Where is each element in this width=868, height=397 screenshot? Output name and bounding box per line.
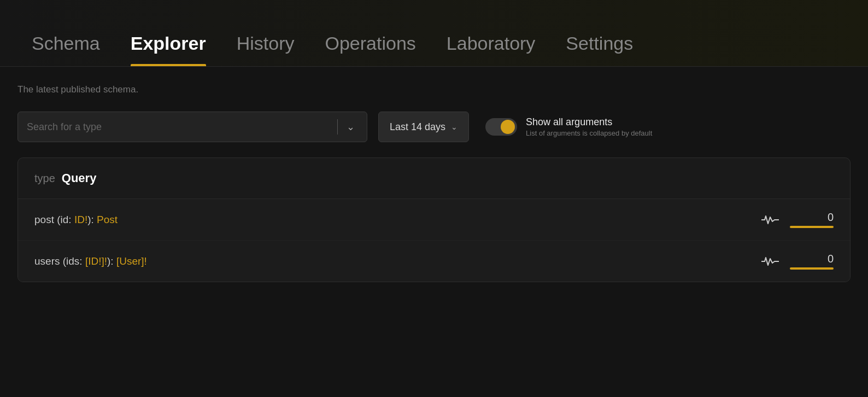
search-divider xyxy=(337,119,338,135)
tab-operations[interactable]: Operations xyxy=(309,33,431,66)
field-row-users[interactable]: users (ids: [ID!]!): [User]! 0 xyxy=(18,241,850,282)
search-dropdown[interactable]: ⌄ xyxy=(17,112,367,142)
field-post-right: 0 xyxy=(761,211,834,228)
field-row-post[interactable]: post (id: ID!): Post 0 xyxy=(18,199,850,241)
show-all-arguments-toggle-area: Show all arguments List of arguments is … xyxy=(485,116,652,137)
tab-schema[interactable]: Schema xyxy=(16,33,115,66)
field-post-signature: post (id: ID!): Post xyxy=(34,214,118,226)
count-bar-users xyxy=(790,267,834,270)
controls-row: ⌄ Last 14 days ⌄ Show all arguments List… xyxy=(17,112,851,142)
days-filter-label: Last 14 days xyxy=(390,121,445,133)
subtitle: The latest published schema. xyxy=(17,84,851,95)
tab-laboratory[interactable]: Laboratory xyxy=(431,33,551,66)
type-header: type Query xyxy=(18,158,850,199)
field-post-type[interactable]: Post xyxy=(97,214,118,225)
tab-explorer[interactable]: Explorer xyxy=(115,33,221,66)
main-content: The latest published schema. ⌄ Last 14 d… xyxy=(0,67,868,300)
field-users-param[interactable]: [ID!]! xyxy=(85,255,107,267)
toggle-label: Show all arguments xyxy=(526,116,652,128)
toggle-sublabel: List of arguments is collapsed by defaul… xyxy=(526,129,652,137)
field-users-type[interactable]: [User]! xyxy=(116,255,147,267)
toggle-knob xyxy=(501,120,515,134)
toggle-text: Show all arguments List of arguments is … xyxy=(526,116,652,137)
field-users-right: 0 xyxy=(761,253,834,270)
field-post-prefix: post (id: xyxy=(34,214,74,225)
type-container: type Query post (id: ID!): Post 0 xyxy=(17,157,851,282)
search-input[interactable] xyxy=(27,121,332,133)
tab-history[interactable]: History xyxy=(221,33,310,66)
count-area-users: 0 xyxy=(790,253,834,270)
type-keyword: type xyxy=(34,172,55,185)
field-users-signature: users (ids: [ID!]!): [User]! xyxy=(34,255,147,267)
days-filter-dropdown[interactable]: Last 14 days ⌄ xyxy=(378,112,469,142)
field-users-middle: ): xyxy=(107,255,116,267)
count-bar-post xyxy=(790,226,834,228)
top-nav: Schema Explorer History Operations Labor… xyxy=(0,0,868,67)
activity-icon-post xyxy=(761,214,779,226)
count-area-post: 0 xyxy=(790,211,834,228)
search-dropdown-button[interactable]: ⌄ xyxy=(343,119,358,135)
count-number-users: 0 xyxy=(828,253,834,265)
field-post-param[interactable]: ID! xyxy=(74,214,87,225)
count-number-post: 0 xyxy=(828,211,834,224)
activity-icon-users xyxy=(761,255,779,267)
type-name: Query xyxy=(62,171,97,185)
show-all-arguments-toggle[interactable] xyxy=(485,118,517,136)
days-filter-arrow-icon: ⌄ xyxy=(451,122,458,131)
field-users-prefix: users (ids: xyxy=(34,255,85,267)
tab-settings[interactable]: Settings xyxy=(550,33,648,66)
field-post-middle: ): xyxy=(87,214,97,225)
